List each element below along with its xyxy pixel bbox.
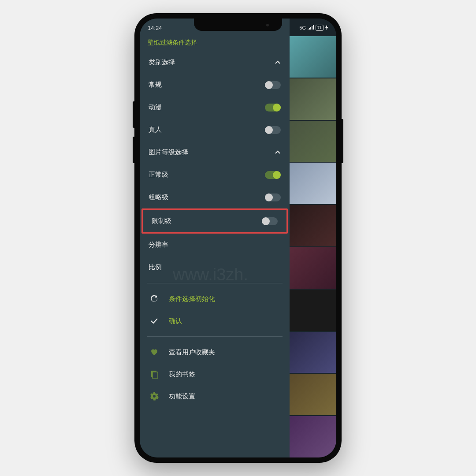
reset-action[interactable]: 条件选择初始化 bbox=[140, 288, 290, 310]
toggle-anime: 动漫 bbox=[140, 96, 290, 119]
toggle-normal-grade: 正常级 bbox=[140, 164, 290, 186]
bookmarks-label: 我的书签 bbox=[169, 370, 195, 379]
chevron-up-icon bbox=[275, 60, 281, 66]
wallpaper-thumbnail[interactable] bbox=[290, 121, 336, 162]
phone-frame: 14:24 5G 71 壁纸过滤条件选择 类别选择 常 bbox=[134, 13, 342, 463]
wallpaper-thumbnail[interactable] bbox=[290, 205, 336, 246]
settings-action[interactable]: 功能设置 bbox=[140, 385, 290, 407]
toggle-switch-people[interactable] bbox=[265, 126, 281, 134]
toggle-switch-normal-cat[interactable] bbox=[265, 81, 281, 89]
settings-label: 功能设置 bbox=[169, 392, 195, 401]
category-label: 类别选择 bbox=[149, 58, 175, 67]
toggle-people: 真人 bbox=[140, 119, 290, 141]
favorites-action[interactable]: 查看用户收藏夹 bbox=[140, 341, 290, 363]
toggle-switch-anime[interactable] bbox=[265, 104, 281, 112]
wallpaper-thumbnail[interactable] bbox=[290, 247, 336, 289]
toggle-label: 动漫 bbox=[149, 103, 162, 112]
status-right: 5G 71 bbox=[299, 25, 328, 31]
toggle-label: 真人 bbox=[149, 126, 162, 134]
toggle-restricted: 限制级 bbox=[143, 210, 286, 232]
bookmarks-action[interactable]: 我的书签 bbox=[140, 363, 290, 385]
wallpaper-thumbnail[interactable] bbox=[290, 163, 336, 204]
svg-rect-1 bbox=[152, 372, 158, 379]
heart-icon bbox=[149, 347, 159, 357]
network-indicator: 5G bbox=[299, 25, 306, 30]
confirm-action[interactable]: 确认 bbox=[140, 310, 290, 332]
wallpaper-thumbnail[interactable] bbox=[290, 290, 336, 331]
status-time: 14:24 bbox=[148, 25, 162, 31]
gear-icon bbox=[149, 391, 159, 401]
reset-label: 条件选择初始化 bbox=[169, 295, 215, 303]
grade-label: 图片等级选择 bbox=[149, 148, 188, 156]
wallpaper-thumbnail[interactable] bbox=[290, 416, 336, 457]
wallpaper-grid bbox=[290, 19, 336, 457]
battery-indicator: 71 bbox=[316, 25, 324, 31]
filter-drawer: 壁纸过滤条件选择 类别选择 常规 动漫 真人 图片等级选择 bbox=[140, 19, 290, 457]
signal-icon bbox=[308, 25, 314, 30]
resolution-label: 分辨率 bbox=[149, 241, 168, 248]
phone-volume-down bbox=[133, 137, 134, 163]
favorites-label: 查看用户收藏夹 bbox=[169, 348, 215, 357]
grade-section-header[interactable]: 图片等级选择 bbox=[140, 141, 290, 164]
wallpaper-thumbnail[interactable] bbox=[290, 332, 336, 373]
toggle-normal-category: 常规 bbox=[140, 74, 290, 96]
confirm-label: 确认 bbox=[169, 317, 182, 325]
divider bbox=[147, 283, 283, 283]
check-icon bbox=[149, 316, 159, 326]
toggle-label: 粗略级 bbox=[149, 193, 168, 201]
toggle-sketchy: 粗略级 bbox=[140, 186, 290, 208]
charging-icon bbox=[325, 25, 328, 31]
toggle-label: 常规 bbox=[149, 81, 162, 89]
divider bbox=[147, 336, 283, 337]
refresh-icon bbox=[149, 294, 159, 304]
resolution-row[interactable]: 分辨率 bbox=[140, 234, 290, 256]
screen: 14:24 5G 71 壁纸过滤条件选择 类别选择 常 bbox=[140, 19, 336, 457]
phone-volume-up bbox=[133, 101, 134, 128]
notch bbox=[194, 19, 282, 31]
phone-side-button bbox=[342, 119, 343, 163]
toggle-label: 正常级 bbox=[149, 171, 168, 179]
ratio-label: 比例 bbox=[149, 263, 162, 271]
toggle-switch-sketchy[interactable] bbox=[265, 193, 281, 201]
wallpaper-thumbnail[interactable] bbox=[290, 374, 336, 415]
ratio-row[interactable]: 比例 bbox=[140, 256, 290, 279]
category-section-header[interactable]: 类别选择 bbox=[140, 51, 290, 74]
wallpaper-thumbnail[interactable] bbox=[290, 78, 336, 120]
drawer-title: 壁纸过滤条件选择 bbox=[140, 36, 290, 51]
toggle-switch-normal-grade[interactable] bbox=[265, 171, 281, 179]
wallpaper-thumbnail[interactable] bbox=[290, 36, 336, 78]
toggle-label: 限制级 bbox=[152, 217, 171, 225]
bookmark-icon bbox=[149, 369, 159, 379]
highlight-annotation: 限制级 bbox=[141, 208, 288, 234]
toggle-switch-restricted[interactable] bbox=[262, 217, 278, 225]
chevron-up-icon bbox=[275, 149, 281, 156]
